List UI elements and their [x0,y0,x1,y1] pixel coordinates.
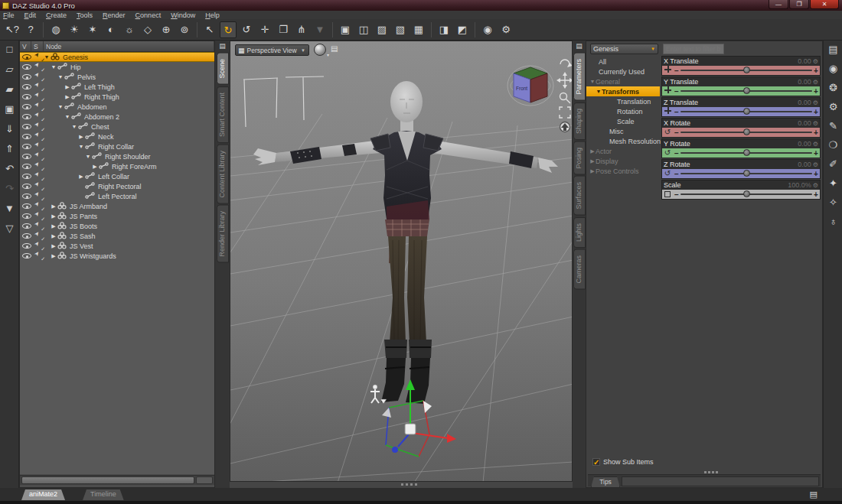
param-nav-pose-controls[interactable]: ▶ Pose Controls [586,166,660,176]
measure-pencil-icon[interactable]: ✐ [824,155,842,174]
redo-icon[interactable]: ↷ [0,180,19,200]
column-node[interactable]: Node [44,41,214,51]
slider-handle[interactable] [743,128,750,135]
minimize-button[interactable]: — [769,0,788,9]
scene-tree-item[interactable]: ▶ Right Thigh [20,92,214,102]
param-nav-scale[interactable]: Scale [586,116,660,126]
scene-tree-item[interactable]: ▼ Hip [20,62,214,72]
bottom-tab-timeline[interactable]: Timeline [83,489,124,500]
geometry-editor-icon[interactable]: ▧ [392,21,409,38]
expand-arrow-icon[interactable]: ▶ [51,233,57,239]
parameter-filter-input[interactable] [663,44,724,54]
rotate-tool-icon[interactable]: ↻ [220,21,237,38]
slider-track[interactable] [680,90,812,92]
menu-connect[interactable]: Connect [135,11,162,19]
weight-map-brush-icon[interactable]: ▨ [374,21,390,38]
show-sub-items-checkbox[interactable]: ✓ [592,458,600,466]
viewport-canvas[interactable]: Front [230,41,573,482]
figure-selector-dropdown[interactable]: Genesis [590,44,658,54]
active-pose-tool-icon[interactable]: ↺ [238,21,255,38]
expand-arrow-icon[interactable]: ▼ [85,154,91,159]
slider-track[interactable] [680,70,812,71]
scene-tree-item[interactable]: ▶ Right ForeArm [20,161,214,171]
scene-tree-item[interactable]: Left Pectoral [20,191,214,201]
menu-create[interactable]: Create [46,11,67,19]
slider-decrement-button[interactable]: − [673,170,680,178]
slider-increment-button[interactable]: + [812,149,820,158]
visibility-eye-icon[interactable] [22,243,31,249]
aux-viewport-icon[interactable]: ◩ [454,21,471,38]
tips-tab[interactable]: Tips [591,476,620,487]
slider-handle[interactable] [743,170,750,177]
scene-tree-item[interactable]: ▶ Left Thigh [20,82,214,92]
visibility-eye-icon[interactable] [22,124,31,129]
dock-tab-smart-content[interactable]: Smart Content [217,86,229,143]
param-nav-translation[interactable]: Translation [586,96,660,106]
viewport-bottom-splitter[interactable] [230,482,573,488]
scene-tree-item[interactable]: ▶ JS Boots [20,221,214,231]
new-point-light-icon[interactable]: ✶ [84,21,101,38]
scene-tree-item[interactable]: ▼ Right Shoulder [20,151,214,161]
expand-arrow-icon[interactable]: ▼ [51,64,57,70]
surface-selection-tool-icon[interactable]: ▣ [337,21,354,38]
slider-handle[interactable] [743,67,750,73]
new-camera-icon[interactable]: ◍ [47,21,64,38]
param-nav-actor[interactable]: ▶ Actor [586,146,660,156]
dock-tab-surfaces[interactable]: Surfaces [573,176,586,216]
slider-track[interactable] [680,132,812,133]
param-nav-misc[interactable]: Misc [586,126,660,136]
expand-arrow-icon[interactable]: ▼ [589,79,596,84]
viewport-menu-icon[interactable]: ▤ [331,44,338,53]
figure-setup-icon[interactable]: ◫ [355,21,372,38]
visibility-eye-icon[interactable] [22,174,31,179]
param-nav-currently-used[interactable]: Currently Used [586,67,660,76]
scene-tree-item[interactable]: ▶ JS Armband [20,201,214,211]
export-file-icon[interactable]: ⇑ [0,140,19,160]
gear-icon[interactable]: ⚙ [813,58,818,65]
pose-pencil-icon[interactable]: ✎ [824,117,842,136]
earth-globe-icon[interactable]: ♁ [824,213,842,232]
expand-arrow-icon[interactable]: ▶ [64,84,70,90]
tool-dropdown-icon[interactable]: ▼ [312,21,328,38]
visibility-eye-icon[interactable] [22,64,31,70]
dock-tab-content-library[interactable]: Content Library [217,145,229,204]
node-selection-tool-icon[interactable]: ↖ [201,21,218,38]
scene-tree-item[interactable]: ▶ JS Sash [20,231,214,241]
scene-tree-item[interactable]: ▼ Abdomen [20,102,214,112]
import-file-icon[interactable]: ⇓ [0,120,19,140]
save-scene-icon[interactable]: ▣ [0,100,19,120]
slider-handle[interactable] [743,108,750,115]
menu-window[interactable]: Window [171,11,195,19]
open-scene-icon[interactable]: ▱ [0,60,19,80]
whats-this-tool-icon[interactable]: ↖? [4,21,21,38]
expand-arrow-icon[interactable]: ▼ [78,144,84,149]
expand-arrow-icon[interactable]: ▶ [51,203,57,210]
scene-tree-item[interactable]: ▼ Right Collar [20,141,214,151]
maximize-button[interactable]: ❐ [789,0,809,9]
param-nav-rotation[interactable]: Rotation [586,106,660,116]
render-settings-icon[interactable]: ⚙ [498,21,514,38]
merge-scene-icon[interactable]: ▰ [0,80,19,100]
dock-tab-render-library[interactable]: Render Library [217,205,229,263]
install-smart-content-icon[interactable]: ▽ [0,219,19,239]
visibility-eye-icon[interactable] [22,144,31,149]
gear-icon[interactable]: ⚙ [813,141,818,148]
menu-help[interactable]: Help [205,11,220,19]
visibility-eye-icon[interactable] [22,203,31,209]
actor-activity-icon[interactable]: ◉ [824,60,842,79]
expand-arrow-icon[interactable]: ▶ [64,94,70,100]
gear-icon[interactable]: ⚙ [813,182,818,189]
slider-decrement-button[interactable]: − [673,149,680,158]
dock-tab-parameters[interactable]: Parameters [573,53,586,101]
view-selector-dropdown[interactable]: ▦ Perspective View ▼ [235,44,309,56]
bottom-pane-menu-icon[interactable]: ▤ [810,489,818,499]
expand-arrow-icon[interactable]: ▼ [57,104,64,109]
undo-icon[interactable]: ↶ [0,160,19,180]
dock-tab-scene[interactable]: Scene [217,53,229,85]
settings-gears-icon[interactable]: ⚙ [824,98,842,117]
scene-pane-menu-icon[interactable]: ▤ [215,41,230,51]
dock-tab-lights[interactable]: Lights [573,217,586,248]
visibility-eye-icon[interactable] [22,94,31,99]
show-sub-items-row[interactable]: ✓ Show Sub Items [592,458,654,466]
pane-menu-icon[interactable]: ▤ [824,41,842,60]
